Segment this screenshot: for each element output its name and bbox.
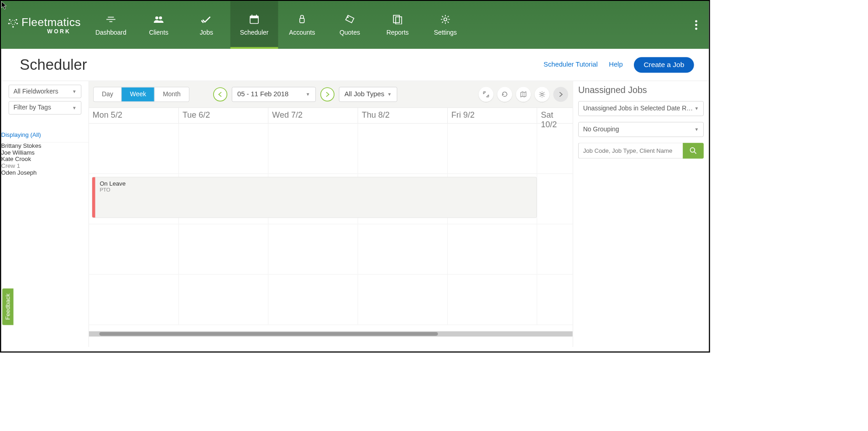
svg-point-42	[690, 148, 695, 152]
top-nav: Fleetmatics WORK Dashboard Clients Jobs …	[1, 1, 709, 49]
svg-line-40	[540, 96, 541, 97]
search-icon	[690, 147, 697, 154]
next-range-button[interactable]	[320, 87, 335, 101]
subheader: Scheduler Scheduler Tutorial Help Create…	[1, 49, 709, 81]
tags-filter[interactable]: Filter by Tags ▼	[9, 101, 82, 114]
grid-row[interactable]: On Leave PTO	[89, 174, 573, 224]
nav-accounts[interactable]: Accounts	[278, 1, 326, 49]
grid-row[interactable]	[89, 124, 573, 174]
nav-label: Quotes	[340, 29, 360, 36]
svg-point-30	[695, 28, 697, 30]
svg-point-33	[541, 93, 543, 95]
displaying-all-link[interactable]: Displaying (All)	[0, 126, 89, 142]
nav-items: Dashboard Clients Jobs Scheduler Account…	[87, 1, 470, 49]
event-subtitle: PTO	[99, 187, 125, 193]
jobs-icon	[201, 13, 212, 25]
svg-rect-18	[396, 17, 402, 24]
day-header: Fri 9/2	[447, 108, 537, 123]
left-column: All Fieldworkers ▼ Filter by Tags ▼ Disp…	[1, 81, 89, 347]
expand-icon-button[interactable]	[479, 87, 494, 102]
scheduler-icon	[249, 13, 259, 25]
create-job-button[interactable]: Create a Job	[634, 57, 694, 73]
reports-icon	[393, 13, 403, 25]
dashboard-icon	[105, 13, 116, 25]
caret-down-icon: ▼	[695, 127, 699, 132]
nav-label: Reports	[387, 29, 409, 36]
fieldworkers-filter[interactable]: All Fieldworkers ▼	[9, 85, 82, 98]
day-header: Thu 8/2	[358, 108, 447, 123]
svg-point-9	[155, 16, 158, 20]
grouping-dropdown[interactable]: No Grouping ▼	[578, 122, 704, 137]
job-type-label: All Job Types	[345, 90, 384, 98]
nav-dashboard[interactable]: Dashboard	[87, 1, 135, 49]
grid-body: On Leave PTO	[89, 124, 573, 347]
brand-logo-icon	[7, 16, 19, 28]
help-link[interactable]: Help	[609, 61, 622, 68]
nav-scheduler[interactable]: Scheduler	[230, 1, 278, 49]
svg-line-38	[540, 92, 541, 93]
worker-name-cell: Kate Crook Crew 1	[1, 156, 88, 169]
scheduler-tutorial-link[interactable]: Scheduler Tutorial	[544, 61, 598, 68]
caret-down-icon: ▼	[72, 89, 77, 94]
svg-point-0	[10, 20, 15, 25]
svg-line-27	[448, 16, 449, 17]
svg-line-26	[442, 21, 443, 22]
svg-point-19	[444, 18, 447, 21]
map-icon-button[interactable]	[516, 87, 531, 102]
clients-icon	[153, 13, 164, 25]
nav-clients[interactable]: Clients	[135, 1, 183, 49]
caret-down-icon: ▼	[695, 106, 699, 111]
caret-down-icon: ▼	[387, 92, 392, 97]
unassigned-jobs-title: Unassigned Jobs	[578, 85, 704, 95]
tags-filter-label: Filter by Tags	[13, 104, 51, 111]
worker-name: Joe Williams	[1, 149, 88, 156]
svg-rect-14	[256, 15, 257, 17]
nav-label: Jobs	[200, 29, 213, 36]
brand-logo[interactable]: Fleetmatics WORK	[1, 1, 87, 49]
svg-point-3	[8, 22, 10, 24]
svg-line-43	[694, 152, 696, 154]
svg-point-4	[16, 22, 18, 24]
unassigned-range-dropdown[interactable]: Unassigned Jobs in Selected Date Ra... ▼	[578, 101, 704, 116]
nav-label: Accounts	[289, 29, 315, 36]
caret-down-icon: ▼	[72, 105, 77, 110]
job-search-button[interactable]	[683, 143, 704, 158]
more-menu-icon[interactable]	[695, 20, 698, 30]
scrollbar-thumb[interactable]	[99, 332, 438, 336]
collapse-panel-button[interactable]	[553, 87, 568, 102]
refresh-icon-button[interactable]	[497, 87, 512, 102]
gear-icon-button[interactable]	[534, 87, 549, 102]
day-header: Mon 5/2	[89, 108, 178, 123]
svg-point-2	[16, 19, 17, 20]
grid-row[interactable]	[89, 275, 573, 325]
svg-line-41	[544, 92, 544, 93]
nav-label: Clients	[149, 29, 168, 36]
job-type-filter[interactable]: All Job Types ▼	[339, 87, 397, 102]
svg-rect-13	[251, 15, 252, 17]
brand-subname: WORK	[47, 28, 71, 34]
day-header: Wed 7/2	[268, 108, 357, 123]
view-week[interactable]: Week	[121, 87, 154, 101]
prev-range-button[interactable]	[213, 87, 227, 101]
nav-quotes[interactable]: Quotes	[326, 1, 374, 49]
svg-point-28	[695, 20, 697, 22]
nav-jobs[interactable]: Jobs	[183, 1, 230, 49]
nav-label: Dashboard	[95, 29, 126, 36]
nav-reports[interactable]: Reports	[374, 1, 422, 49]
grid-row[interactable]	[89, 224, 573, 275]
horizontal-scrollbar[interactable]	[89, 331, 573, 336]
job-search-input[interactable]	[578, 143, 683, 158]
worker-name-cell: Brittany Stokes	[1, 142, 88, 149]
nav-settings[interactable]: Settings	[422, 1, 470, 49]
svg-point-10	[159, 16, 162, 20]
feedback-tab[interactable]: Feedback	[2, 288, 14, 325]
svg-point-29	[695, 24, 697, 26]
svg-point-1	[9, 19, 10, 20]
view-month[interactable]: Month	[154, 87, 188, 101]
view-day[interactable]: Day	[94, 87, 121, 101]
fieldworkers-filter-label: All Fieldworkers	[13, 88, 58, 95]
date-range-picker[interactable]: 05 - 11 Feb 2018 ▼	[232, 87, 316, 102]
settings-icon	[440, 13, 450, 25]
event-on-leave[interactable]: On Leave PTO	[92, 177, 537, 218]
svg-rect-6	[106, 19, 115, 20]
